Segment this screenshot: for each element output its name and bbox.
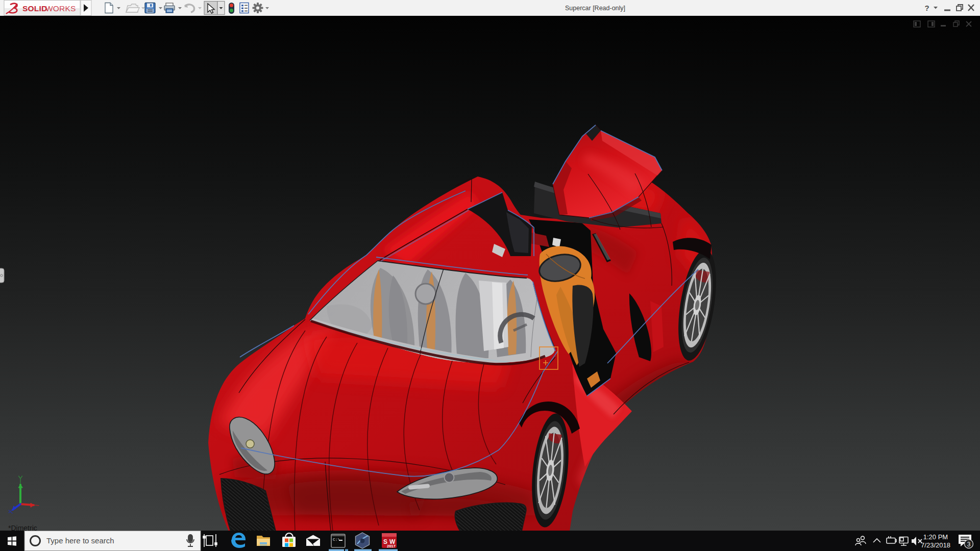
svg-text:3: 3: [967, 541, 971, 548]
svg-text:SOLID: SOLID: [22, 4, 47, 13]
svg-text:*Dimetric: *Dimetric: [8, 524, 37, 531]
svg-text:WORKS: WORKS: [45, 4, 76, 13]
svg-text:?: ?: [924, 4, 929, 12]
svg-text:C:\: C:\: [333, 537, 340, 542]
svg-text:Supercar [Read-only]: Supercar [Read-only]: [565, 5, 625, 12]
svg-text:2017: 2017: [387, 544, 396, 548]
svg-text:Type here to search: Type here to search: [46, 536, 114, 545]
svg-text:1:20 PM: 1:20 PM: [923, 533, 948, 541]
svg-text:7/23/2018: 7/23/2018: [921, 541, 950, 549]
